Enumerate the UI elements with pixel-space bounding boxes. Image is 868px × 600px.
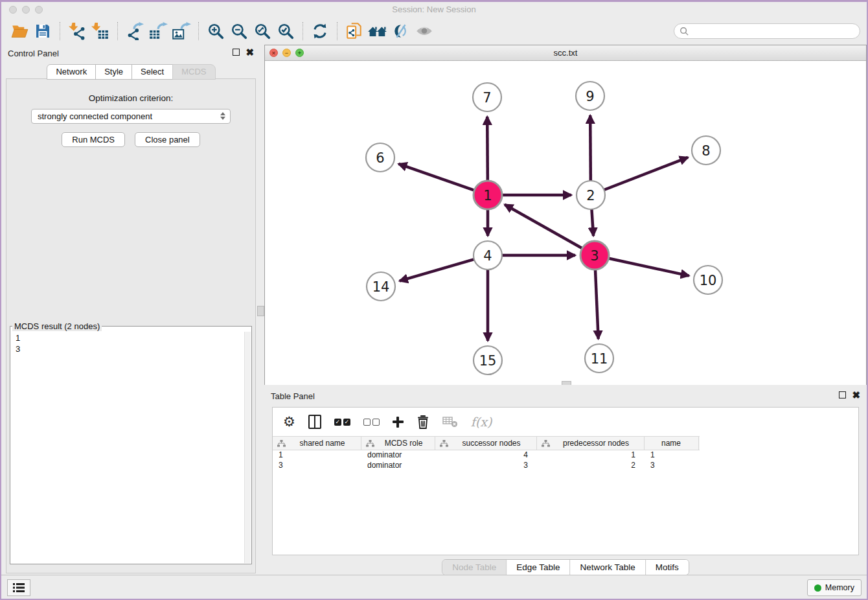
zoom-out-button[interactable]: [227, 20, 251, 42]
cell-name[interactable]: 3: [645, 461, 699, 471]
app-window: Session: New Session: [0, 0, 868, 600]
save-session-button[interactable]: [31, 20, 54, 42]
chevron-updown-icon: [220, 112, 225, 120]
search-box[interactable]: [674, 23, 860, 39]
node-label-15: 15: [479, 353, 497, 369]
export-image-button[interactable]: [170, 20, 193, 42]
close-panel-icon[interactable]: ✖: [246, 49, 254, 56]
edge-2-8[interactable]: [603, 157, 688, 190]
control-panel-header: Control Panel ✖: [1, 45, 260, 63]
import-table-button[interactable]: [89, 20, 112, 42]
node-label-3: 3: [590, 248, 599, 264]
import-network-button[interactable]: [65, 20, 89, 42]
edge-2-3[interactable]: [591, 208, 593, 236]
tab-select[interactable]: Select: [131, 64, 173, 80]
column-header-shared-name[interactable]: shared name: [273, 437, 361, 450]
close-table-panel-icon[interactable]: ✖: [852, 391, 860, 398]
window-title: Session: New Session: [1, 5, 867, 14]
node-label-4: 4: [483, 248, 492, 264]
network-vscroll-thumb[interactable]: [257, 306, 264, 316]
split-panel-icon[interactable]: [308, 415, 321, 429]
tab-mcds[interactable]: MCDS: [172, 64, 215, 80]
gear-icon[interactable]: ⚙: [283, 415, 295, 428]
trash-icon[interactable]: [417, 415, 429, 429]
deselect-all-columns-icon[interactable]: [363, 419, 380, 426]
cell-shared-name[interactable]: 1: [273, 450, 361, 461]
network-canvas[interactable]: 1234678910111415: [265, 61, 866, 385]
network-window-title: scc.txt: [265, 48, 866, 58]
duplicate-network-button[interactable]: [343, 20, 366, 42]
criterion-select[interactable]: strongly connected component: [31, 109, 231, 124]
function-builder-icon: f(x): [471, 415, 492, 429]
search-input[interactable]: [692, 26, 854, 36]
toolbar-separator: [337, 22, 337, 40]
home-icon[interactable]: [366, 20, 389, 42]
column-header-name[interactable]: name: [645, 437, 699, 450]
table-row[interactable]: 3 dominator 3 2 3: [273, 461, 858, 471]
select-all-columns-icon[interactable]: [334, 419, 350, 426]
column-type-icon: [440, 440, 448, 447]
float-table-panel-icon[interactable]: [839, 391, 846, 398]
edge-1-7[interactable]: [487, 117, 488, 182]
cell-predecessor-nodes[interactable]: 1: [537, 450, 645, 461]
cell-name[interactable]: 1: [645, 450, 699, 461]
tab-style[interactable]: Style: [95, 64, 132, 80]
result-scrollbar[interactable]: [244, 332, 251, 563]
titlebar: Session: New Session: [1, 2, 867, 18]
hide-graphics-details-icon[interactable]: [389, 20, 413, 42]
criterion-selected-value: strongly connected component: [38, 111, 152, 121]
status-bar: Memory: [1, 575, 867, 599]
float-panel-icon[interactable]: [233, 49, 240, 56]
memory-status-icon: [814, 584, 821, 592]
open-file-button[interactable]: [8, 20, 31, 42]
node-label-14: 14: [372, 279, 390, 295]
network-hscroll-thumb[interactable]: [562, 381, 571, 385]
node-table-view: ⚙ f(x) shared name: [272, 407, 859, 555]
result-line: 3: [16, 343, 246, 354]
apply-layout-button[interactable]: [308, 20, 332, 42]
table-row[interactable]: 1 dominator 4 1 1: [273, 450, 858, 461]
table-toolbar: ⚙ f(x): [273, 408, 858, 436]
result-line: 1: [16, 332, 246, 343]
memory-button[interactable]: Memory: [807, 579, 862, 596]
edge-1-6[interactable]: [398, 164, 475, 191]
tab-network[interactable]: Network: [47, 64, 96, 80]
column-header-predecessor-nodes[interactable]: predecessor nodes: [537, 437, 645, 450]
tab-network-table[interactable]: Network Table: [570, 560, 645, 575]
zoom-fit-button[interactable]: [251, 20, 274, 42]
mcds-panel: Optimization criterion: strongly connect…: [6, 78, 256, 573]
table-header-row: shared name MCDS role successor nodes pr…: [273, 436, 700, 450]
add-column-icon[interactable]: [393, 417, 404, 428]
tab-edge-table[interactable]: Edge Table: [506, 560, 569, 575]
cell-successor-nodes[interactable]: 3: [435, 461, 537, 471]
edge-4-14[interactable]: [400, 259, 475, 281]
edge-3-1[interactable]: [505, 205, 583, 249]
mcds-result-title: MCDS result (2 nodes): [12, 321, 102, 331]
close-panel-button[interactable]: Close panel: [135, 132, 200, 147]
cell-mcds-role[interactable]: dominator: [361, 450, 435, 461]
mcds-result-box: MCDS result (2 nodes) 1 3: [10, 321, 252, 564]
column-header-mcds-role[interactable]: MCDS role: [361, 437, 435, 450]
control-panel: Control Panel ✖ Network Style Select MCD…: [1, 45, 260, 576]
cell-successor-nodes[interactable]: 4: [435, 450, 537, 461]
cell-mcds-role[interactable]: dominator: [361, 461, 435, 471]
show-graphics-details-icon: [413, 20, 436, 42]
column-header-successor-nodes[interactable]: successor nodes: [435, 437, 537, 450]
task-history-button[interactable]: [7, 579, 30, 596]
edge-3-10[interactable]: [608, 258, 689, 275]
node-label-2: 2: [586, 188, 595, 203]
run-mcds-button[interactable]: Run MCDS: [62, 132, 125, 147]
tab-motifs[interactable]: Motifs: [645, 560, 689, 575]
node-label-1: 1: [483, 188, 492, 203]
export-network-button[interactable]: [123, 20, 146, 42]
edge-3-11[interactable]: [595, 268, 599, 339]
optimization-criterion-label: Optimization criterion:: [6, 93, 255, 103]
zoom-selected-button[interactable]: [274, 20, 297, 42]
tab-node-table[interactable]: Node Table: [442, 560, 506, 575]
export-table-button[interactable]: [146, 20, 170, 42]
table-panel-header: Table Panel ✖: [264, 387, 867, 406]
cell-predecessor-nodes[interactable]: 2: [537, 461, 645, 471]
cell-shared-name[interactable]: 3: [273, 461, 361, 471]
zoom-in-button[interactable]: [204, 20, 227, 42]
edge-2-9[interactable]: [590, 115, 591, 182]
